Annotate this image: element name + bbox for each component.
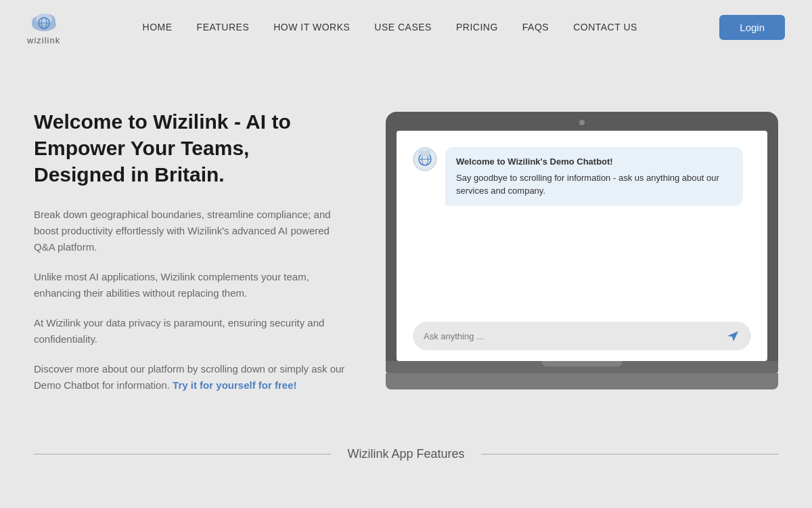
laptop-camera (579, 120, 585, 125)
hero-para-1: Break down geographical boundaries, stre… (34, 207, 345, 255)
hero-title: Welcome to Wizilink - AI to Empower Your… (34, 108, 345, 188)
nav-features[interactable]: FEATURES (197, 22, 250, 33)
svg-point-13 (425, 150, 431, 154)
chatbot-avatar-icon (413, 147, 437, 171)
hero-para-3: At Wizilink your data privacy is paramou… (34, 315, 345, 347)
laptop-mockup: Welcome to Wizilink's Demo Chatbot! Say … (386, 112, 778, 389)
laptop-stand (386, 373, 778, 389)
hero-text-block: Welcome to Wizilink - AI to Empower Your… (34, 108, 345, 394)
hero-cta-link[interactable]: Try it for yourself for free! (173, 379, 296, 391)
login-button[interactable]: Login (719, 15, 785, 40)
send-button[interactable] (725, 329, 740, 343)
chatbot-bubble-body: Say goodbye to scrolling for information… (456, 171, 732, 198)
nav-home[interactable]: HOME (143, 22, 173, 33)
laptop-base (386, 361, 778, 373)
nav-faqs[interactable]: FAQS (522, 22, 549, 33)
chat-input-area[interactable] (413, 322, 751, 350)
chat-input[interactable] (424, 331, 720, 341)
chatbot-bubble: Welcome to Wizilink's Demo Chatbot! Say … (445, 147, 743, 206)
send-icon (725, 329, 740, 343)
nav-how-it-works[interactable]: HOW IT WORKS (273, 22, 350, 33)
nav-pricing[interactable]: PRICING (456, 22, 498, 33)
hero-para-4: Discover more about our platform by scro… (34, 361, 345, 394)
features-divider-right (481, 454, 778, 454)
logo[interactable]: wizilink (27, 9, 60, 45)
laptop-screen-bezel: Welcome to Wizilink's Demo Chatbot! Say … (386, 112, 778, 361)
nav-use-cases[interactable]: USE CASES (374, 22, 432, 33)
chatbot-interface: Welcome to Wizilink's Demo Chatbot! Say … (397, 131, 767, 361)
logo-text: wizilink (27, 35, 60, 45)
features-divider-left (34, 454, 331, 454)
features-section-header: Wizilink App Features (0, 433, 812, 475)
nav-contact-us[interactable]: CONTACT US (573, 22, 637, 33)
chatbot-bubble-title: Welcome to Wizilink's Demo Chatbot! (456, 155, 732, 169)
chatbot-welcome-message: Welcome to Wizilink's Demo Chatbot! Say … (413, 147, 751, 206)
features-section-title: Wizilink App Features (347, 447, 464, 461)
laptop-frame: Welcome to Wizilink's Demo Chatbot! Say … (386, 112, 778, 389)
chat-spacer (413, 217, 751, 317)
wizilink-logo-icon (28, 9, 60, 34)
hero-para-2: Unlike most AI applications, Wizilink co… (34, 269, 345, 301)
main-nav: HOME FEATURES HOW IT WORKS USE CASES PRI… (143, 22, 637, 33)
hero-section: Welcome to Wizilink - AI to Empower Your… (0, 54, 812, 433)
svg-point-12 (419, 150, 424, 155)
